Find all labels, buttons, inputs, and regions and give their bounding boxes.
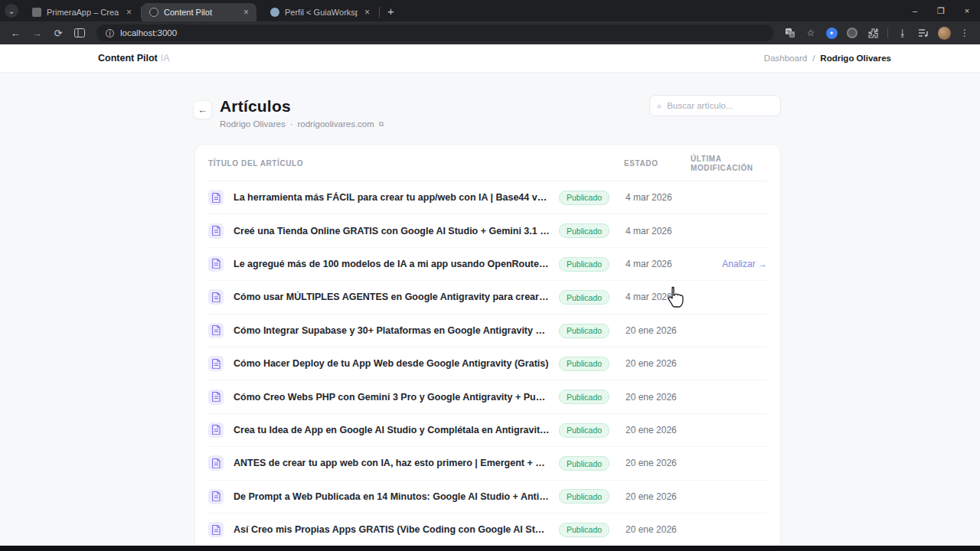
document-icon bbox=[208, 256, 224, 272]
tab-favicon-icon bbox=[32, 8, 41, 17]
page-title: Artículos bbox=[220, 97, 384, 116]
document-icon bbox=[208, 289, 224, 305]
document-icon bbox=[208, 522, 224, 537]
last-modified-date: 4 mar 2026 bbox=[626, 259, 707, 269]
url-text[interactable]: localhost:3000 bbox=[120, 28, 177, 37]
downloads-icon[interactable]: ⭳ bbox=[893, 24, 912, 42]
tab-title: Content Pilot bbox=[164, 8, 237, 17]
tab-title: PrimeraApp – Crea el PRD y Pro bbox=[47, 8, 119, 17]
back-icon[interactable]: ← bbox=[6, 24, 24, 42]
tab-divider bbox=[379, 7, 380, 18]
status-cell: Publicado bbox=[559, 456, 626, 471]
article-title[interactable]: ANTES de crear tu app web con IA, haz es… bbox=[234, 458, 559, 468]
address-bar[interactable]: i localhost:3000 bbox=[96, 24, 773, 41]
document-icon bbox=[208, 356, 224, 371]
bottom-edge-bar bbox=[0, 546, 980, 551]
profile-avatar[interactable] bbox=[935, 24, 953, 42]
breadcrumb-separator: / bbox=[812, 54, 815, 63]
status-badge: Publicado bbox=[559, 523, 609, 537]
status-badge: Publicado bbox=[559, 191, 609, 205]
breadcrumb: Dashboard / Rodrigo Olivares bbox=[764, 54, 891, 63]
document-icon bbox=[208, 323, 224, 338]
search-input[interactable] bbox=[667, 101, 773, 110]
article-title[interactable]: Así Creo mis Propias Apps GRATIS (Vibe C… bbox=[234, 524, 559, 535]
tab-search-button[interactable]: ⌄ bbox=[5, 4, 18, 18]
site-link[interactable]: rodrigoolivares.com bbox=[298, 119, 374, 129]
search-icon: ⌕ bbox=[657, 101, 662, 111]
table-header-row: Título del Artículo Estado Última Modifi… bbox=[208, 145, 767, 181]
article-title[interactable]: De Prompt a Web Publicada en 14 Minutos:… bbox=[234, 491, 559, 502]
table-row[interactable]: Cómo usar MÚLTIPLES AGENTES en Google An… bbox=[208, 281, 767, 314]
external-link-icon[interactable]: ⧉ bbox=[379, 120, 384, 129]
article-title[interactable]: Le agregué más de 100 modelos de IA a mi… bbox=[234, 259, 559, 269]
last-modified-date: 20 ene 2026 bbox=[626, 358, 707, 369]
last-modified-date: 4 mar 2026 bbox=[626, 292, 707, 302]
articles-table: Título del Artículo Estado Última Modifi… bbox=[194, 144, 781, 551]
document-icon bbox=[208, 489, 224, 504]
article-title[interactable]: Cómo Hacer Deploy de tu App Web desde Go… bbox=[234, 358, 559, 369]
article-title[interactable]: Creé una Tienda Online GRATIS con Google… bbox=[234, 226, 559, 236]
status-badge: Publicado bbox=[559, 456, 609, 471]
analyze-link[interactable]: Analizar → bbox=[707, 259, 767, 269]
table-row[interactable]: Cómo Integrar Supabase y 30+ Plataformas… bbox=[208, 315, 767, 347]
tab-content-pilot[interactable]: Content Pilot × bbox=[142, 3, 256, 21]
table-row[interactable]: De Prompt a Web Publicada en 14 Minutos:… bbox=[208, 481, 767, 514]
search-box[interactable]: ⌕ bbox=[649, 95, 781, 116]
column-header-modified: Última Modificación bbox=[691, 155, 767, 172]
new-tab-button[interactable]: + bbox=[387, 5, 394, 18]
translate-icon[interactable]: 文A bbox=[781, 24, 799, 42]
breadcrumb-dashboard[interactable]: Dashboard bbox=[764, 54, 807, 63]
extension-blue-icon[interactable]: ✦ bbox=[822, 24, 841, 42]
last-modified-date: 4 mar 2026 bbox=[626, 226, 707, 236]
author-name: Rodrigo Olivares bbox=[220, 119, 286, 129]
browser-menu-icon[interactable]: ⋮ bbox=[956, 24, 974, 42]
table-row[interactable]: ANTES de crear tu app web con IA, haz es… bbox=[208, 447, 767, 480]
reload-icon[interactable]: ⟳ bbox=[49, 24, 67, 42]
close-tab-icon[interactable]: × bbox=[242, 7, 250, 18]
restore-button[interactable]: ❐ bbox=[928, 6, 954, 16]
toolbar-right-icons: 文A ☆ ✦ ⭳ ⋮ bbox=[781, 24, 974, 42]
extension-camera-icon[interactable] bbox=[843, 24, 861, 42]
article-title[interactable]: La herramienta más FÁCIL para crear tu a… bbox=[234, 192, 559, 203]
article-title[interactable]: Crea tu Idea de App en Google AI Studio … bbox=[234, 425, 559, 435]
table-row[interactable]: Le agregué más de 100 modelos de IA a mi… bbox=[208, 248, 767, 281]
status-badge: Publicado bbox=[559, 390, 609, 404]
extensions-puzzle-icon[interactable] bbox=[864, 24, 882, 42]
status-cell: Publicado bbox=[559, 522, 626, 537]
table-row[interactable]: Crea tu Idea de App en Google AI Studio … bbox=[208, 414, 767, 447]
table-row[interactable]: Creé una Tienda Online GRATIS con Google… bbox=[208, 214, 767, 247]
article-table-body: La herramienta más FÁCIL para crear tu a… bbox=[208, 181, 767, 551]
status-badge: Publicado bbox=[559, 290, 609, 305]
page-content: ← Artículos Rodrigo Olivares · rodrigool… bbox=[0, 73, 980, 551]
page-subtitle: Rodrigo Olivares · rodrigoolivares.com ⧉ bbox=[220, 119, 384, 129]
status-badge: Publicado bbox=[559, 223, 609, 238]
breadcrumb-current: Rodrigo Olivares bbox=[820, 54, 891, 63]
document-icon bbox=[208, 190, 224, 205]
article-title[interactable]: Cómo Creo Webs PHP con Gemini 3 Pro y Go… bbox=[234, 392, 559, 403]
table-row[interactable]: Así Creo mis Propias Apps GRATIS (Vibe C… bbox=[208, 514, 767, 546]
table-row[interactable]: La herramienta más FÁCIL para crear tu a… bbox=[208, 181, 767, 214]
back-button[interactable]: ← bbox=[193, 100, 212, 119]
site-info-icon[interactable]: i bbox=[106, 29, 114, 37]
article-title[interactable]: Cómo usar MÚLTIPLES AGENTES en Google An… bbox=[234, 292, 559, 302]
brand-suffix: IA bbox=[161, 53, 170, 64]
last-modified-date: 20 ene 2026 bbox=[626, 425, 707, 435]
bookmark-star-icon[interactable]: ☆ bbox=[802, 24, 820, 42]
app-brand[interactable]: Content PilotIA bbox=[98, 53, 170, 64]
minimize-button[interactable]: – bbox=[902, 6, 928, 15]
media-playlist-icon[interactable] bbox=[914, 24, 933, 42]
forward-icon[interactable]: → bbox=[28, 24, 46, 42]
close-tab-icon[interactable]: × bbox=[363, 7, 371, 18]
tab-favicon-icon bbox=[270, 8, 279, 17]
last-modified-date: 20 ene 2026 bbox=[626, 392, 707, 403]
close-window-button[interactable]: × bbox=[954, 6, 980, 15]
article-title[interactable]: Cómo Integrar Supabase y 30+ Plataformas… bbox=[234, 325, 559, 336]
side-panel-icon[interactable] bbox=[70, 24, 89, 42]
window-controls: – ❐ × bbox=[902, 0, 980, 21]
tab-primeraapp[interactable]: PrimeraApp – Crea el PRD y Pro × bbox=[24, 3, 139, 21]
table-row[interactable]: Cómo Hacer Deploy de tu App Web desde Go… bbox=[208, 347, 767, 380]
table-row[interactable]: Cómo Creo Webs PHP con Gemini 3 Pro y Go… bbox=[208, 380, 767, 413]
close-tab-icon[interactable]: × bbox=[125, 7, 133, 18]
status-cell: Publicado bbox=[559, 256, 626, 272]
tab-perfil-guiaworkspace[interactable]: Perfil < GuiaWorkspace — Wor × bbox=[263, 3, 377, 21]
